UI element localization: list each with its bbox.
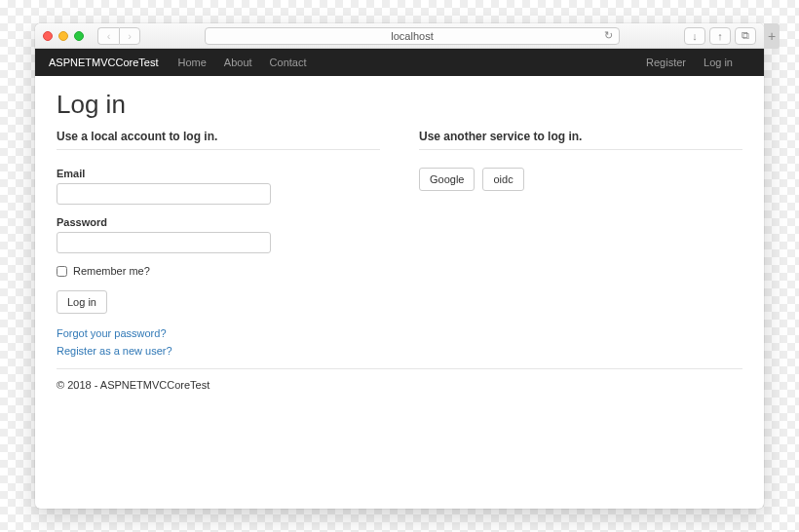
- tabs-button[interactable]: ⧉: [735, 27, 756, 45]
- external-provider-oidc[interactable]: oidc: [482, 168, 523, 191]
- address-bar[interactable]: localhost ↻: [205, 27, 620, 45]
- close-window-button[interactable]: [43, 31, 53, 41]
- external-provider-google[interactable]: Google: [419, 168, 475, 191]
- url-text: localhost: [391, 30, 433, 42]
- forward-button[interactable]: ›: [119, 27, 140, 45]
- browser-toolbar: ‹ › localhost ↻ ↓ ↑ ⧉: [35, 23, 764, 49]
- nav-link-login[interactable]: Log in: [704, 57, 733, 68]
- app-navbar: ASPNETMVCCoreTest Home About Contact Reg…: [35, 49, 764, 76]
- email-label: Email: [57, 168, 380, 179]
- remember-label: Remember me?: [73, 265, 150, 277]
- login-button[interactable]: Log in: [57, 290, 107, 314]
- password-label: Password: [57, 216, 380, 228]
- nav-link-home[interactable]: Home: [177, 57, 206, 68]
- forgot-password-link[interactable]: Forgot your password?: [57, 327, 380, 339]
- nav-link-about[interactable]: About: [224, 57, 252, 68]
- local-login-heading: Use a local account to log in.: [57, 130, 380, 143]
- register-new-user-link[interactable]: Register as a new user?: [57, 345, 380, 357]
- page-title: Log in: [57, 90, 742, 120]
- footer-text: © 2018 - ASPNETMVCCoreTest: [57, 379, 742, 391]
- navbar-brand[interactable]: ASPNETMVCCoreTest: [49, 57, 158, 68]
- back-button[interactable]: ‹: [97, 27, 119, 45]
- downloads-button[interactable]: ↓: [684, 27, 705, 45]
- reload-icon[interactable]: ↻: [604, 29, 613, 42]
- share-button[interactable]: ↑: [709, 27, 731, 45]
- password-field[interactable]: [57, 232, 271, 253]
- nav-link-register[interactable]: Register: [646, 57, 686, 68]
- maximize-window-button[interactable]: [74, 31, 84, 41]
- nav-link-contact[interactable]: Contact: [270, 57, 307, 68]
- new-tab-button[interactable]: +: [764, 23, 780, 49]
- email-field[interactable]: [57, 183, 271, 205]
- remember-checkbox[interactable]: [57, 266, 67, 277]
- minimize-window-button[interactable]: [58, 31, 68, 41]
- external-login-heading: Use another service to log in.: [419, 130, 742, 143]
